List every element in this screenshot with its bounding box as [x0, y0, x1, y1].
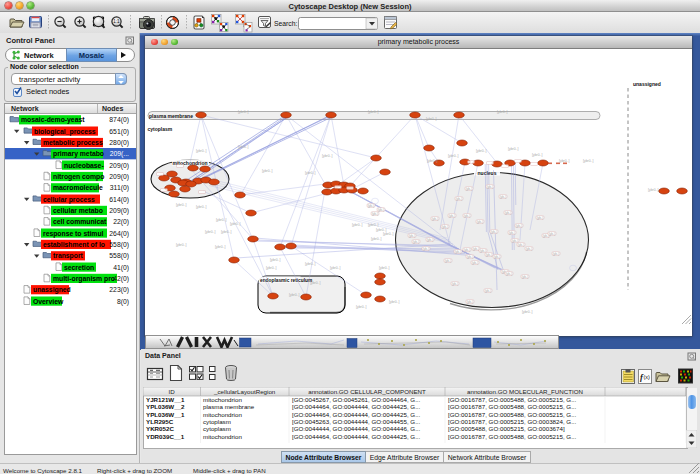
svg-text:cellular metabo: cellular metabo	[53, 207, 103, 214]
svg-text:Search:: Search:	[274, 20, 298, 27]
svg-text:[yb..]: [yb..]	[485, 289, 491, 293]
svg-text:[ybr0..]: [ybr0..]	[383, 232, 393, 236]
svg-text:_cellularLayoutRegion: _cellularLayoutRegion	[213, 388, 276, 395]
svg-text:[yb..]: [yb..]	[509, 231, 515, 235]
svg-text:[GO:0016787, GO:0005488, GO:00: [GO:0016787, GO:0005488, GO:0005215, G..…	[448, 403, 577, 410]
svg-text:[yb..]: [yb..]	[491, 230, 497, 234]
svg-text:[ybr0..]: [ybr0..]	[371, 237, 381, 241]
svg-text:209(...: 209(...	[110, 150, 129, 158]
svg-text:multi-organism pro: multi-organism pro	[53, 275, 115, 283]
svg-text:primary metabo: primary metabo	[53, 150, 104, 158]
svg-text:cellular process: cellular process	[43, 195, 95, 203]
svg-text:[yb..]: [yb..]	[372, 212, 378, 216]
svg-text:[ybr0..]: [ybr0..]	[497, 110, 507, 114]
svg-text:[yb..]: [yb..]	[449, 214, 455, 218]
svg-text:mitochondrion: mitochondrion	[203, 411, 242, 418]
svg-text:cytoplasm: cytoplasm	[203, 425, 231, 432]
svg-text:[GO:0016787, GO:0005488, GO:00: [GO:0016787, GO:0005488, GO:0005215, G..…	[448, 396, 577, 403]
svg-text:cytoplasm: cytoplasm	[148, 126, 173, 132]
svg-text:[yb..]: [yb..]	[378, 208, 384, 212]
svg-text:[yb..]: [yb..]	[466, 187, 472, 191]
svg-text:[ybr0..]: [ybr0..]	[352, 223, 362, 227]
svg-text:[ybr0..]: [ybr0..]	[230, 222, 240, 226]
svg-text:[ybr0..]: [ybr0..]	[426, 117, 436, 121]
svg-text:223(0): 223(0)	[109, 286, 129, 294]
svg-text:[ybr0..]: [ybr0..]	[476, 149, 486, 153]
svg-text:[ybr0..]: [ybr0..]	[508, 147, 518, 151]
svg-text:264(0): 264(0)	[109, 229, 129, 237]
svg-text:[yb..]: [yb..]	[467, 300, 473, 304]
svg-text:[ybr0..]: [ybr0..]	[522, 310, 532, 314]
svg-text:transport: transport	[53, 252, 84, 260]
svg-text:[ybr0..]: [ybr0..]	[196, 205, 206, 209]
svg-text:plasma membrane: plasma membrane	[149, 113, 193, 119]
svg-text:[yb..]: [yb..]	[494, 255, 500, 259]
svg-text:unassigned: unassigned	[33, 286, 71, 294]
svg-text:[yb..]: [yb..]	[486, 253, 492, 257]
svg-text:[GO:0044464, GO:0044444, GO:00: [GO:0044464, GO:0044444, GO:0044425, G..…	[292, 433, 421, 440]
svg-text:metabolic process: metabolic process	[43, 139, 103, 147]
svg-text:[ybr0..]: [ybr0..]	[532, 153, 542, 157]
svg-text:mosaic-demo-yeast: mosaic-demo-yeast	[21, 116, 85, 124]
svg-text:[yb..]: [yb..]	[455, 250, 461, 254]
svg-text:1:1: 1:1	[113, 19, 120, 24]
svg-text:[ybr0..]: [ybr0..]	[262, 169, 272, 173]
svg-text:ID: ID	[169, 388, 176, 395]
svg-text:558(0): 558(0)	[109, 241, 129, 249]
svg-text:[GO:0005488, GO:0005215, GO:00: [GO:0005488, GO:0005215, GO:0003674]	[448, 425, 565, 432]
svg-text:209(0): 209(0)	[109, 161, 129, 169]
svg-text:22(0): 22(0)	[113, 218, 129, 226]
svg-text:YPL036W__1: YPL036W__1	[146, 411, 185, 418]
svg-text:[ybr0..]: [ybr0..]	[176, 203, 186, 207]
svg-text:[yb..]: [yb..]	[537, 216, 543, 220]
svg-text:[yb..]: [yb..]	[432, 217, 438, 221]
svg-text:[ybr0..]: [ybr0..]	[356, 305, 366, 309]
svg-text:311(0): 311(0)	[110, 184, 129, 192]
svg-text:cytoplasm: cytoplasm	[203, 418, 231, 425]
svg-text:[yb..]: [yb..]	[445, 259, 451, 263]
svg-text:[yb..]: [yb..]	[549, 232, 555, 236]
svg-text:[ybr0..]: [ybr0..]	[196, 149, 206, 153]
svg-text:plasma membrane: plasma membrane	[203, 403, 255, 410]
svg-text:biological_process: biological_process	[34, 127, 96, 135]
svg-text:[ybr0..]: [ybr0..]	[266, 266, 276, 270]
svg-text:YDR039C__1: YDR039C__1	[146, 433, 185, 440]
svg-text:[yb..]: [yb..]	[368, 204, 374, 208]
svg-text:[ybr0..]: [ybr0..]	[215, 245, 225, 249]
svg-text:macromolecule: macromolecule	[53, 184, 103, 191]
svg-text:[yb..]: [yb..]	[423, 247, 429, 251]
svg-text:[GO:0044444, GO:0044444, GO:00: [GO:0044444, GO:0044444, GO:0044446, G..…	[292, 425, 421, 432]
svg-text:41(0): 41(0)	[113, 263, 129, 271]
svg-text:[ybr0..]: [ybr0..]	[221, 230, 231, 234]
svg-text:YKR052C: YKR052C	[146, 425, 174, 432]
svg-text:[yb..]: [yb..]	[442, 225, 448, 229]
svg-text:[yb..]: [yb..]	[472, 261, 478, 265]
svg-text:[ybr0..]: [ybr0..]	[368, 223, 378, 227]
svg-text:[ybr0..]: [ybr0..]	[583, 159, 593, 163]
svg-text:[yb..]: [yb..]	[452, 282, 458, 286]
svg-text:[ybr0..]: [ybr0..]	[389, 300, 399, 304]
svg-text:[GO:0016787, GO:0005215, GO:00: [GO:0016787, GO:0005215, GO:0003824, G..…	[448, 418, 577, 425]
svg-text:YJR121W__1: YJR121W__1	[146, 396, 185, 403]
svg-text:unassigned: unassigned	[633, 81, 661, 87]
svg-text:[ybr0..]: [ybr0..]	[427, 159, 437, 163]
svg-text:[yb..]: [yb..]	[413, 240, 419, 244]
svg-text:annotation.GO CELLULAR_COMPONE: annotation.GO CELLULAR_COMPONENT	[308, 388, 426, 395]
svg-text:[GO:0045267, GO:0045261, GO:00: [GO:0045267, GO:0045261, GO:0044464, G..…	[292, 396, 421, 403]
svg-text:[ybr0..]: [ybr0..]	[310, 281, 320, 285]
svg-text:[GO:0045263, GO:0044444, GO:00: [GO:0045263, GO:0044444, GO:0044455, G..…	[292, 418, 421, 425]
svg-text:[yb..]: [yb..]	[427, 238, 433, 242]
svg-text:[yb..]: [yb..]	[464, 214, 470, 218]
svg-text:nitrogen compo: nitrogen compo	[53, 173, 104, 181]
svg-text:[ybr0..]: [ybr0..]	[289, 293, 299, 297]
svg-text:[yb..]: [yb..]	[487, 185, 493, 189]
svg-text:[yb..]: [yb..]	[477, 220, 483, 224]
svg-text:establishment of lo: establishment of lo	[43, 241, 105, 248]
svg-text:280(0): 280(0)	[109, 139, 129, 147]
svg-text:[GO:0044464, GO:0044444, GO:00: [GO:0044464, GO:0044444, GO:0044425, G..…	[292, 411, 421, 418]
svg-text:614(0): 614(0)	[109, 195, 129, 203]
svg-text:[ybr0..]: [ybr0..]	[305, 171, 315, 175]
svg-text:[yb..]: [yb..]	[464, 248, 470, 252]
svg-text:[ybr0..]: [ybr0..]	[379, 266, 389, 270]
svg-text:secretion: secretion	[64, 263, 94, 270]
